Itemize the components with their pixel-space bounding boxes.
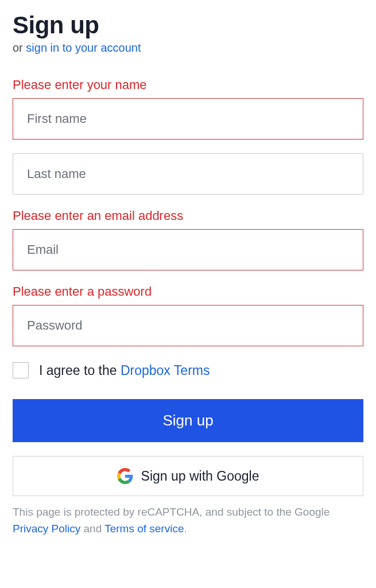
google-button-label: Sign up with Google	[141, 469, 259, 484]
name-error-message: Please enter your name	[13, 78, 363, 92]
email-error-message: Please enter an email address	[13, 208, 363, 223]
terms-row: I agree to the Dropbox Terms	[13, 362, 363, 378]
email-input[interactable]	[13, 229, 363, 270]
subheading-prefix: or	[13, 41, 26, 54]
first-name-field-wrap: Please enter your name	[13, 78, 363, 140]
sign-in-link[interactable]: sign in to your account	[26, 41, 141, 54]
terms-prefix: I agree to the	[39, 363, 121, 378]
last-name-input[interactable]	[13, 153, 363, 195]
terms-link[interactable]: Dropbox Terms	[121, 363, 210, 378]
footer-text-1: This page is protected by reCAPTCHA, and…	[13, 506, 330, 518]
footer-and: and	[80, 523, 104, 535]
google-icon	[117, 468, 133, 484]
password-error-message: Please enter a password	[13, 284, 363, 299]
terms-label: I agree to the Dropbox Terms	[39, 363, 210, 378]
last-name-field-wrap	[13, 153, 363, 195]
recaptcha-footer: This page is protected by reCAPTCHA, and…	[13, 504, 363, 537]
google-signup-button[interactable]: Sign up with Google	[13, 456, 363, 496]
privacy-policy-link[interactable]: Privacy Policy	[13, 523, 80, 535]
terms-of-service-link[interactable]: Terms of service	[104, 523, 184, 535]
footer-period: .	[184, 523, 187, 535]
first-name-input[interactable]	[13, 98, 363, 140]
password-field-wrap: Please enter a password	[13, 284, 363, 346]
email-field-wrap: Please enter an email address	[13, 208, 363, 270]
subheading: or sign in to your account	[13, 41, 363, 55]
password-input[interactable]	[13, 305, 363, 346]
signup-button[interactable]: Sign up	[13, 399, 363, 442]
terms-checkbox[interactable]	[13, 362, 29, 378]
page-title: Sign up	[13, 11, 363, 39]
